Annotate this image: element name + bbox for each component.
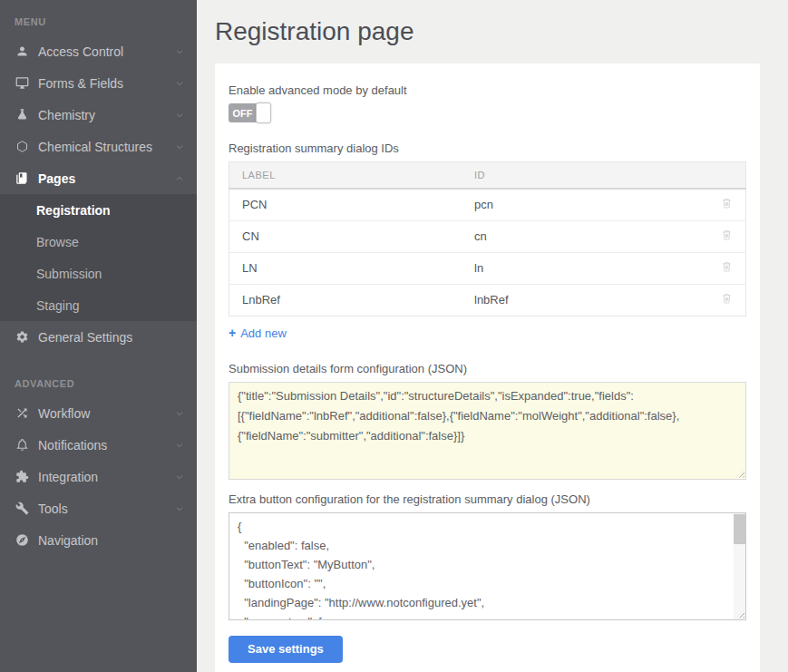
sidebar-item-label: Integration	[38, 470, 98, 484]
sidebar-item-staging[interactable]: Staging	[0, 289, 197, 321]
table-header-row: LABEL ID	[229, 162, 746, 190]
add-new-label: Add new	[240, 326, 287, 340]
sidebar-item-workflow[interactable]: Workflow	[0, 397, 197, 429]
sidebar-item-label: Notifications	[38, 438, 107, 453]
delete-row-button[interactable]	[720, 196, 734, 210]
dialog-ids-table: LABEL ID PCN pcn CN cn LN ln	[229, 161, 746, 317]
submission-config-label: Submission details form configuration (J…	[229, 362, 746, 375]
sidebar-item-general-settings[interactable]: General Settings	[0, 321, 197, 353]
pages-submenu: Registration Browse Submission Staging	[0, 194, 197, 321]
row-label-cell: LN	[229, 252, 462, 284]
main-content: Registration page Enable advanced mode b…	[197, 0, 788, 672]
column-header-label: LABEL	[229, 162, 462, 190]
sidebar-item-forms-fields[interactable]: Forms & Fields	[0, 67, 197, 99]
row-id-cell: cn	[462, 220, 705, 252]
sidebar-item-label: Chemistry	[38, 108, 95, 122]
sidebar-item-chemistry[interactable]: Chemistry	[0, 99, 197, 131]
sidebar-item-navigation[interactable]: Navigation	[0, 524, 197, 556]
bell-icon	[15, 438, 29, 453]
trash-icon	[720, 259, 734, 274]
table-row: PCN pcn	[229, 189, 746, 220]
sidebar-item-label: Workflow	[38, 406, 90, 421]
textarea-scrollbar[interactable]	[734, 513, 745, 619]
book-icon	[15, 171, 29, 186]
sidebar-item-label: Navigation	[38, 533, 98, 548]
settings-card: Enable advanced mode by default OFF Regi…	[215, 63, 760, 672]
extra-button-config-label: Extra button configuration for the regis…	[229, 492, 746, 506]
chevron-down-icon	[175, 504, 184, 513]
compass-icon	[15, 533, 29, 548]
sidebar-item-registration[interactable]: Registration	[0, 194, 197, 226]
sidebar-item-label: Access Control	[38, 44, 123, 59]
chevron-down-icon	[175, 472, 184, 482]
sidebar-item-label: Staging	[36, 298, 79, 313]
row-label-cell: CN	[229, 220, 462, 252]
flask-icon	[15, 108, 29, 122]
sidebar-item-tools[interactable]: Tools	[0, 492, 197, 524]
extra-button-config-wrapper: { "enabled": false, "buttonText": "MyBut…	[229, 512, 746, 620]
gear-icon	[15, 330, 29, 345]
submission-config-textarea[interactable]: {"title":"Submission Details","id":"stru…	[229, 382, 746, 480]
toggle-knob	[256, 102, 271, 123]
extra-button-config-textarea[interactable]: { "enabled": false, "buttonText": "MyBut…	[229, 512, 746, 620]
column-header-id: ID	[462, 162, 705, 190]
submission-config-wrapper: {"title":"Submission Details","id":"stru…	[229, 382, 746, 480]
menu-section-header: MENU	[0, 0, 197, 35]
sidebar-item-integration[interactable]: Integration	[0, 461, 197, 492]
sidebar-item-label: General Settings	[38, 330, 132, 345]
hexagon-icon	[15, 140, 29, 154]
advanced-mode-toggle[interactable]: OFF	[229, 103, 270, 122]
chevron-down-icon	[175, 47, 184, 56]
trash-icon	[720, 228, 734, 242]
sidebar-item-label: Registration	[36, 203, 111, 218]
wrench-icon	[15, 502, 29, 516]
add-new-button[interactable]: + Add new	[229, 326, 287, 340]
delete-row-button[interactable]	[720, 228, 734, 242]
monitor-icon	[15, 76, 29, 91]
toggle-state-label: OFF	[229, 103, 257, 122]
sidebar-item-pages[interactable]: Pages	[0, 162, 197, 194]
chevron-down-icon	[175, 142, 184, 151]
shuffle-icon	[15, 406, 29, 421]
advanced-section-header: ADVANCED	[0, 353, 197, 397]
sidebar-item-label: Submission	[36, 267, 102, 281]
delete-row-button[interactable]	[720, 259, 734, 274]
scrollbar-thumb[interactable]	[734, 514, 745, 544]
row-label-cell: LnbRef	[229, 284, 462, 316]
sidebar-item-label: Browse	[36, 235, 79, 249]
table-row: LnbRef lnbRef	[229, 284, 746, 316]
advanced-mode-label: Enable advanced mode by default	[229, 83, 746, 97]
dialog-ids-label: Registration summary dialog IDs	[229, 141, 746, 155]
sidebar: MENU Access Control Forms & Fields Chemi…	[0, 0, 197, 672]
sidebar-item-chemical-structures[interactable]: Chemical Structures	[0, 131, 197, 162]
sidebar-item-notifications[interactable]: Notifications	[0, 429, 197, 461]
row-id-cell: lnbRef	[462, 284, 705, 316]
row-label-cell: PCN	[229, 189, 462, 220]
table-row: LN ln	[229, 252, 746, 284]
trash-icon	[720, 196, 734, 210]
trash-icon	[720, 291, 734, 306]
chevron-down-icon	[175, 441, 184, 450]
table-row: CN cn	[229, 220, 746, 252]
column-header-actions	[705, 162, 746, 190]
delete-row-button[interactable]	[720, 291, 734, 306]
chevron-up-icon	[175, 174, 184, 183]
plugin-icon	[15, 470, 29, 484]
row-id-cell: ln	[462, 252, 705, 284]
chevron-down-icon	[175, 111, 184, 120]
chevron-down-icon	[175, 79, 184, 88]
chevron-down-icon	[175, 409, 184, 418]
sidebar-item-label: Tools	[38, 502, 68, 516]
sidebar-item-label: Forms & Fields	[38, 76, 123, 91]
save-settings-button[interactable]: Save settings	[229, 636, 343, 663]
sidebar-item-submission[interactable]: Submission	[0, 258, 197, 289]
row-id-cell: pcn	[462, 189, 705, 220]
sidebar-item-browse[interactable]: Browse	[0, 226, 197, 258]
sidebar-item-label: Chemical Structures	[38, 140, 152, 154]
page-title: Registration page	[215, 15, 760, 49]
plus-icon: +	[229, 327, 236, 339]
sidebar-item-label: Pages	[38, 171, 75, 186]
user-icon	[15, 44, 29, 59]
sidebar-item-access-control[interactable]: Access Control	[0, 35, 197, 67]
